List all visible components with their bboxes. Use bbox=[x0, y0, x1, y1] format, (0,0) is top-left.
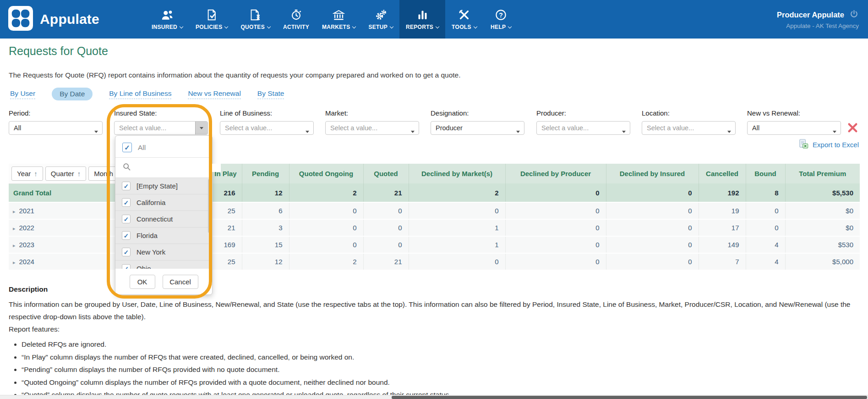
nav-item-markets[interactable]: MARKETS bbox=[316, 0, 362, 39]
expand-caret-icon[interactable]: ▸ bbox=[13, 209, 16, 214]
checkbox-checked-icon[interactable]: ✓ bbox=[122, 182, 131, 190]
nav-item-label: POLICIES bbox=[196, 24, 228, 30]
tools-icon bbox=[458, 8, 470, 21]
column-header-pending[interactable]: Pending bbox=[242, 164, 289, 183]
checkbox-checked-icon[interactable]: ✓ bbox=[122, 231, 131, 240]
group-button-year[interactable]: Year↑ bbox=[11, 166, 43, 181]
checkbox-checked-icon[interactable]: ✓ bbox=[122, 248, 131, 256]
expand-caret-icon[interactable]: ▸ bbox=[13, 226, 16, 231]
report-features-label: Report features: bbox=[9, 323, 859, 335]
expand-caret-icon[interactable]: ▸ bbox=[13, 243, 16, 248]
tab-by-line-of-business[interactable]: By Line of Business bbox=[109, 89, 171, 99]
help-icon: ? bbox=[495, 8, 507, 21]
nav-item-tools[interactable]: TOOLS bbox=[445, 0, 483, 39]
export-label: Export to Excel bbox=[813, 141, 859, 149]
cancel-button[interactable]: Cancel bbox=[163, 275, 198, 289]
column-header-cancelled[interactable]: Cancelled bbox=[699, 164, 746, 183]
cell-value: 0 bbox=[505, 253, 606, 270]
select-line-of-business[interactable]: Select a value... bbox=[220, 121, 314, 135]
export-to-excel-link[interactable]: Export to Excel bbox=[799, 139, 859, 150]
cell-value: 0 bbox=[606, 253, 699, 270]
excel-file-icon bbox=[799, 139, 808, 150]
sort-asc-icon: ↑ bbox=[34, 170, 38, 177]
list-item-empty-state[interactable]: ✓[Empty State] bbox=[115, 178, 212, 194]
column-header-declined-by-market-s[interactable]: Declined by Market(s) bbox=[409, 164, 505, 183]
column-header-declined-by-insured[interactable]: Declined by Insured bbox=[606, 164, 699, 183]
select-value: All bbox=[14, 124, 21, 132]
dropdown-arrow-icon[interactable] bbox=[516, 127, 520, 134]
cell-value: 0 bbox=[409, 253, 505, 270]
column-header-quoted-ongoing[interactable]: Quoted Ongoing bbox=[289, 164, 363, 183]
filter-producer: Producer:Select a value... bbox=[536, 109, 630, 135]
select-designation[interactable]: Producer bbox=[431, 121, 524, 135]
grand-total-value: 12 bbox=[242, 183, 289, 202]
nav-item-setup[interactable]: SETUP bbox=[362, 0, 399, 39]
list-scrollbar[interactable] bbox=[208, 179, 211, 233]
column-header-declined-by-producer[interactable]: Declined by Producer bbox=[505, 164, 606, 183]
chevron-down-icon bbox=[436, 24, 439, 28]
group-button-month[interactable]: Month bbox=[88, 166, 119, 181]
ok-button[interactable]: OK bbox=[130, 275, 155, 289]
select-value: Select a value... bbox=[119, 124, 166, 132]
select-all-row[interactable]: ✓ All bbox=[115, 140, 212, 158]
clear-filters-icon[interactable] bbox=[847, 122, 859, 134]
dropdown-arrow-icon[interactable] bbox=[622, 127, 626, 134]
user-name[interactable]: Producer Appulate bbox=[777, 11, 844, 19]
dropdown-arrow-icon[interactable] bbox=[833, 127, 836, 134]
dropdown-arrow-icon[interactable] bbox=[94, 127, 98, 134]
checkbox-checked-icon[interactable]: ✓ bbox=[122, 215, 131, 223]
cell-value: $0 bbox=[785, 219, 860, 236]
checkbox-all-checked-icon[interactable]: ✓ bbox=[122, 143, 132, 152]
nav-item-quotes[interactable]: QUOTES bbox=[234, 0, 276, 39]
expand-caret-icon[interactable]: ▸ bbox=[13, 260, 16, 265]
select-new-vs-renewal[interactable]: All bbox=[747, 121, 841, 135]
cell-value: 0 bbox=[363, 202, 409, 219]
tab-by-state[interactable]: By State bbox=[257, 89, 284, 99]
select-insured-state[interactable]: Select a value... bbox=[114, 121, 208, 135]
cell-value: 3 bbox=[242, 219, 289, 236]
group-button-quarter[interactable]: Quarter↑ bbox=[45, 166, 86, 181]
dropdown-arrow-icon[interactable] bbox=[727, 127, 731, 134]
column-header-bound[interactable]: Bound bbox=[746, 164, 785, 183]
select-period[interactable]: All bbox=[9, 121, 103, 135]
nav-item-help[interactable]: ?HELP bbox=[483, 0, 519, 39]
cell-value: 7 bbox=[699, 253, 746, 270]
tab-by-user[interactable]: By User bbox=[10, 89, 35, 99]
nav-item-activity[interactable]: ACTIVITY bbox=[277, 0, 316, 39]
filter-label: Location: bbox=[642, 109, 736, 117]
list-item-new-york[interactable]: ✓New York bbox=[115, 244, 212, 260]
column-header-total-premium[interactable]: Total Premium bbox=[785, 164, 860, 183]
insured-state-dropdown-popup: ✓ All ✓[Empty State]✓California✓Connecti… bbox=[115, 135, 213, 295]
logout-power-icon[interactable] bbox=[849, 9, 859, 21]
all-option-label: All bbox=[138, 144, 146, 152]
tab-by-date[interactable]: By Date bbox=[52, 88, 93, 100]
select-producer[interactable]: Select a value... bbox=[536, 121, 630, 135]
svg-text:?: ? bbox=[499, 11, 503, 19]
cell-value: 0 bbox=[289, 219, 363, 236]
select-location[interactable]: Select a value... bbox=[642, 121, 736, 135]
insured-icon bbox=[160, 8, 174, 21]
list-item-ohio[interactable]: ✓Ohio bbox=[115, 260, 212, 269]
tab-new-vs-renewal[interactable]: New vs Renewal bbox=[188, 89, 240, 99]
brand[interactable]: Appulate bbox=[0, 0, 99, 39]
list-item-florida[interactable]: ✓Florida bbox=[115, 227, 212, 244]
scrollbar-thumb[interactable] bbox=[392, 396, 867, 399]
nav-item-reports[interactable]: REPORTS bbox=[399, 0, 445, 39]
list-item-california[interactable]: ✓California bbox=[115, 194, 212, 211]
list-item-connecticut[interactable]: ✓Connecticut bbox=[115, 211, 212, 227]
dropdown-arrow-icon[interactable] bbox=[195, 122, 207, 134]
select-market[interactable]: Select a value... bbox=[325, 121, 419, 135]
filter-designation: Designation:Producer bbox=[431, 109, 524, 135]
cell-value: 1 bbox=[409, 236, 505, 253]
dropdown-arrow-icon[interactable] bbox=[306, 127, 309, 134]
state-search-input[interactable] bbox=[136, 164, 221, 172]
page-title: Requests for Quote bbox=[9, 44, 108, 58]
feature-bullet: “Quoted Ongoing” column displays the num… bbox=[22, 377, 859, 388]
nav-item-policies[interactable]: POLICIES bbox=[189, 0, 234, 39]
nav-item-insured[interactable]: INSURED bbox=[145, 0, 189, 39]
dropdown-arrow-icon[interactable] bbox=[411, 127, 415, 134]
checkbox-checked-icon[interactable]: ✓ bbox=[122, 198, 131, 207]
checkbox-checked-icon[interactable]: ✓ bbox=[122, 264, 131, 269]
column-header-quoted[interactable]: Quoted bbox=[363, 164, 409, 183]
horizontal-scrollbar[interactable] bbox=[0, 395, 868, 399]
